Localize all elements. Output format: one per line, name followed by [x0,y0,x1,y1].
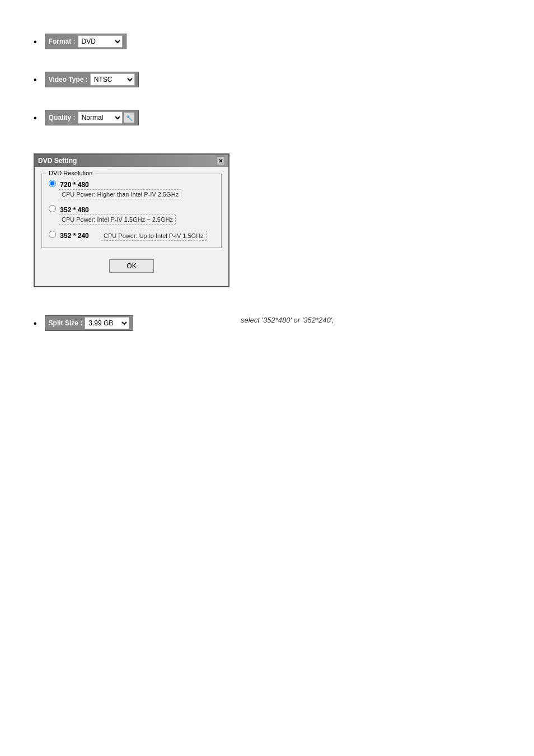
format-control-bar: Format : DVDVCDSVCD [45,34,127,49]
resolution-option-720x480: 720 * 480 CPU Power: Higher than Intel P… [49,180,214,199]
radio-352x240[interactable] [49,231,56,238]
settings-icon: 🔧 [126,115,133,121]
splitsize-control-bar: Split Size : 3.99 GB700 MB1.4 GB [45,315,134,331]
group-title: DVD Resolution [46,170,95,176]
hint-720x480: CPU Power: Higher than Intel P-IV 2.5GHz [59,189,181,199]
videotype-label: Video Type : [49,76,88,83]
format-label: Format : [49,38,76,45]
dialog-close-button[interactable]: ✕ [216,156,225,165]
dialog-footer: OK [41,255,222,279]
bullet-splitsize: • [34,319,37,329]
resolution-option-352x480: 352 * 480 CPU Power: Intel P-IV 1.5GHz ~… [49,205,214,225]
dialog-title: DVD Setting [38,157,77,165]
label-720x480: 720 * 480 [60,181,88,189]
quality-select[interactable]: NormalHighLow [78,111,123,124]
hint-352x480: CPU Power: Intel P-IV 1.5GHz ~ 2.5GHz [59,214,176,225]
bullet-quality: • [34,113,37,123]
dialog-titlebar: DVD Setting ✕ [35,155,228,167]
label-352x480: 352 * 480 [60,206,88,214]
dvd-setting-dialog: DVD Setting ✕ DVD Resolution 720 * 480 [34,153,229,287]
radio-720x480[interactable] [49,180,56,187]
side-note: select '352*480' or '352*240', [241,316,334,324]
ok-button[interactable]: OK [109,259,154,273]
close-icon: ✕ [218,158,223,164]
quality-label: Quality : [49,114,76,122]
bullet-format: • [34,37,37,47]
quality-control-bar: Quality : NormalHighLow 🔧 [45,110,139,125]
splitsize-select[interactable]: 3.99 GB700 MB1.4 GB [85,317,129,329]
hint-352x240: CPU Power: Up to Intel P-IV 1.5GHz [101,231,207,241]
format-select[interactable]: DVDVCDSVCD [78,35,123,48]
dvd-resolution-group: DVD Resolution 720 * 480 CPU Power: High… [41,174,222,248]
splitsize-label: Split Size : [49,319,83,327]
bullet-videotype: • [34,75,37,85]
radio-352x480[interactable] [49,205,56,212]
videotype-control-bar: Video Type : NTSCPAL [45,72,139,87]
videotype-select[interactable]: NTSCPAL [90,73,135,86]
label-352x240: 352 * 240 [60,232,88,240]
quality-settings-button[interactable]: 🔧 [124,112,135,123]
resolution-option-352x240: 352 * 240 CPU Power: Up to Intel P-IV 1.… [49,230,214,241]
